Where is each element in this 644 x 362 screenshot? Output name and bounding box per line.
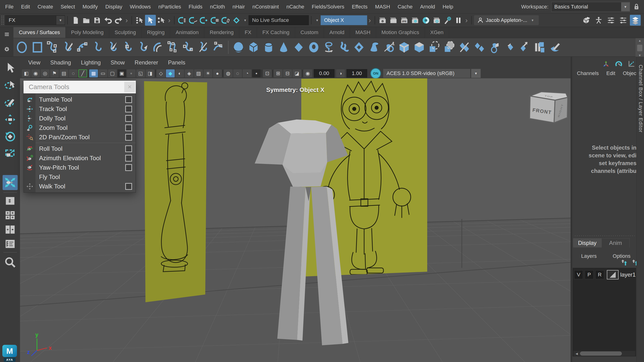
film-gate-icon[interactable]: ▭ — [98, 69, 107, 77]
new-scene-icon[interactable] — [70, 15, 81, 26]
extrude-icon[interactable] — [367, 40, 381, 54]
tool-settings-icon[interactable] — [618, 15, 628, 26]
depth-peel-icon[interactable]: ▪ — [252, 69, 261, 77]
graph-editor-icon[interactable] — [627, 59, 636, 68]
cv-curve-tool-icon[interactable] — [46, 40, 60, 54]
lighting-icon[interactable]: ☀ — [204, 69, 212, 77]
yaw-pitch-tool-item[interactable]: Yaw-Pitch Tool — [24, 163, 136, 172]
nurbs-cylinder-icon[interactable] — [262, 40, 276, 54]
menu-cache[interactable]: Cache — [394, 0, 416, 13]
speed-gauge-icon[interactable] — [614, 59, 623, 68]
symmetry-field[interactable]: Object X — [320, 15, 367, 25]
planar-icon[interactable] — [352, 40, 366, 54]
render-setup-icon[interactable] — [432, 15, 442, 26]
menu-modify[interactable]: Modify — [79, 0, 102, 13]
scroll-thumb[interactable] — [580, 352, 622, 356]
reverse-curve-icon[interactable] — [181, 40, 195, 54]
move-layer-up-icon[interactable] — [620, 259, 628, 267]
channel-box-menu-edit[interactable]: Edit — [606, 69, 615, 77]
select-camera-icon[interactable]: ◧ — [22, 69, 30, 77]
menu-nconstraint[interactable]: nConstraint — [248, 0, 283, 13]
layer-row[interactable]: VPR layer1 — [573, 268, 636, 280]
untrim-icon[interactable] — [442, 40, 456, 54]
lasso-select-tool-icon[interactable] — [2, 78, 18, 93]
paint-selection-tool-icon[interactable] — [2, 95, 18, 110]
motion-blur-icon[interactable]: ◌ — [233, 69, 242, 77]
panel-menu-lighting[interactable]: Lighting — [76, 57, 106, 68]
save-scene-icon[interactable] — [92, 15, 102, 26]
multisample-icon[interactable]: ◔ — [243, 69, 252, 77]
azimuth-elevation-tool-item[interactable]: Azimuth Elevation Tool — [24, 153, 136, 163]
snap-to-projected-center-icon[interactable] — [209, 15, 220, 26]
layout-outliner-persp-icon[interactable] — [3, 238, 17, 250]
layer-toggle-p[interactable]: P — [585, 270, 594, 279]
safe-action-icon[interactable]: ◱ — [136, 69, 145, 77]
shelf-tab-rendering[interactable]: Rendering — [204, 27, 240, 38]
gate-mask-icon[interactable]: ▣ — [118, 69, 126, 77]
tool-options-box[interactable] — [125, 115, 132, 122]
menu-edit[interactable]: Edit — [17, 0, 34, 13]
wireframe-icon[interactable]: ◇ — [156, 69, 165, 77]
zoom-the-view-icon[interactable] — [2, 255, 18, 270]
contrast-icon[interactable]: ◑ — [336, 69, 345, 77]
snap-to-view-plane-icon[interactable] — [220, 15, 231, 26]
menu-set-selector[interactable]: FX — [5, 15, 65, 25]
image-plane-left[interactable] — [144, 81, 207, 302]
select-by-component-icon[interactable] — [156, 15, 167, 26]
view-cube[interactable]: FRONT TOP RIGHT — [530, 92, 568, 123]
humanik-icon[interactable] — [593, 15, 604, 26]
rebuild-curve-icon[interactable] — [166, 40, 180, 54]
safe-title-icon[interactable]: ◨ — [146, 69, 154, 77]
occlusion-icon[interactable]: ◍ — [224, 69, 232, 77]
snapshot-copy-icon[interactable]: ⊞ — [274, 69, 282, 77]
layer-toggle-r[interactable]: R — [595, 270, 604, 279]
shelf-tab-sculpting[interactable]: Sculpting — [109, 27, 142, 38]
scroll-thumb[interactable] — [637, 45, 642, 51]
scroll-left-icon[interactable] — [574, 352, 580, 356]
color-management-toggle[interactable]: ON — [370, 68, 381, 79]
isolate-select-icon[interactable]: ⊡ — [263, 69, 272, 77]
modeling-toolkit-icon[interactable] — [581, 15, 592, 26]
tool-options-box[interactable] — [125, 124, 132, 131]
menu-fluids[interactable]: Fluids — [185, 0, 206, 13]
sculpt-surfaces-tool-icon[interactable] — [548, 40, 562, 54]
extend-surfaces-icon[interactable] — [502, 40, 517, 54]
camera-attributes-icon[interactable]: ◎ — [41, 69, 50, 77]
group-expander-icon[interactable] — [368, 17, 371, 24]
scroll-up-icon[interactable] — [638, 39, 642, 42]
contrast-field[interactable]: 1.00 — [346, 69, 367, 78]
pause-viewport-icon[interactable] — [453, 15, 464, 26]
menu-windows[interactable]: Windows — [126, 0, 155, 13]
menu-ncloth[interactable]: nCloth — [206, 0, 229, 13]
layer-name[interactable]: layer1 — [620, 272, 636, 278]
close-icon[interactable] — [124, 82, 135, 92]
nurbs-cone-icon[interactable] — [276, 40, 291, 54]
shelf-tab-xgen[interactable]: XGen — [425, 27, 449, 38]
walk-tool-item[interactable]: Walk Tool — [24, 182, 136, 191]
panel-menu-shading[interactable]: Shading — [46, 57, 76, 68]
undo-icon[interactable] — [102, 15, 113, 26]
menu-nparticles[interactable]: nParticles — [155, 0, 185, 13]
flat-shade-icon[interactable]: ◐ — [175, 69, 184, 77]
exposure-icon[interactable]: ◉ — [304, 69, 312, 77]
tool-options-box[interactable] — [125, 183, 132, 190]
birail-icon[interactable]: 1 — [382, 40, 396, 54]
rotate-tool-icon[interactable] — [2, 129, 18, 144]
transform-display-icon[interactable] — [602, 59, 610, 68]
snapshot-paste-icon[interactable]: ⊟ — [283, 69, 292, 77]
dolly-tool-item[interactable]: Dolly Tool — [24, 114, 136, 123]
nurbs-square-icon[interactable] — [30, 40, 44, 54]
fly-tool-item[interactable]: Fly Tool — [24, 172, 136, 182]
smooth-shade-icon[interactable]: ◆ — [166, 69, 175, 77]
tool-options-box[interactable] — [125, 164, 132, 171]
attach-surfaces-icon[interactable] — [457, 40, 472, 54]
menu-effects[interactable]: Effects — [348, 0, 372, 13]
chevron-down-icon[interactable] — [244, 18, 247, 22]
group-expander-icon[interactable] — [126, 17, 128, 24]
zoom-tool-item[interactable]: Zoom Tool — [24, 123, 136, 132]
render-view-icon[interactable] — [377, 15, 388, 26]
menu-select[interactable]: Select — [57, 0, 78, 13]
cut-curve-icon[interactable] — [106, 40, 120, 54]
shelf-tab-rigging[interactable]: Rigging — [142, 27, 170, 38]
panel-menu-panels[interactable]: Panels — [163, 57, 190, 68]
